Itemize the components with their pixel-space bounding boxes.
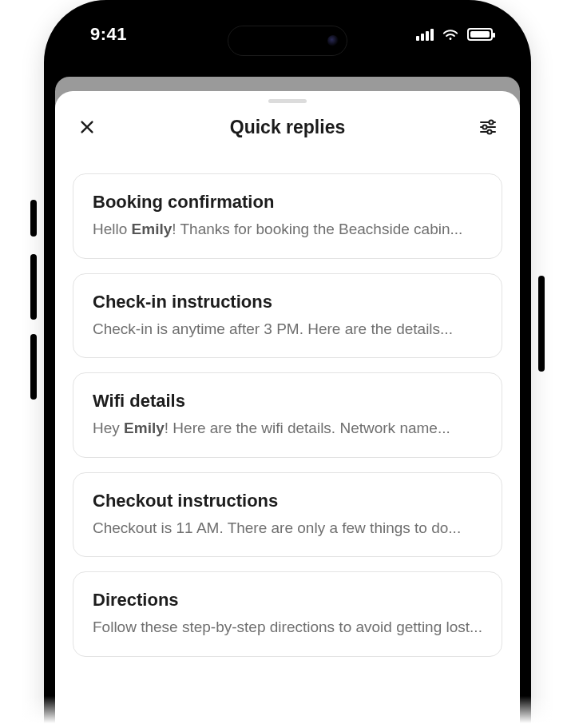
card-title: Booking confirmation [93,192,482,213]
status-time: 9:41 [90,24,127,45]
phone-screen: 9:41 [55,11,520,728]
card-preview: Check-in is anytime after 3 PM. Here are… [93,319,482,340]
svg-point-1 [489,120,493,124]
stage: 9:41 [0,0,575,728]
phone-side-button [30,334,37,400]
settings-button[interactable] [474,113,502,141]
close-icon [78,118,96,136]
card-title: Directions [93,590,482,611]
wifi-icon [442,28,459,41]
battery-icon [467,28,493,41]
cellular-icon [416,28,434,41]
quick-reply-card[interactable]: Booking confirmation Hello Emily! Thanks… [73,173,502,259]
quick-reply-card[interactable]: Checkout instructions Checkout is 11 AM.… [73,472,502,558]
card-preview: Hello Emily! Thanks for booking the Beac… [93,219,482,241]
card-preview: Checkout is 11 AM. There are only a few … [93,518,482,539]
svg-point-3 [482,125,486,129]
status-icons [416,28,493,41]
card-title: Wifi details [93,391,482,412]
quick-reply-card[interactable]: Directions Follow these step-by-step dir… [73,571,502,657]
sheet-header: Quick replies [73,103,502,151]
phone-side-button [30,254,37,320]
svg-point-5 [487,129,491,133]
quick-reply-card[interactable]: Check-in instructions Check-in is anytim… [73,273,502,359]
dynamic-island [228,26,347,56]
card-title: Check-in instructions [93,292,482,312]
card-preview: Hey Emily! Here are the wifi details. Ne… [93,418,482,440]
quick-reply-list: Booking confirmation Hello Emily! Thanks… [73,151,502,657]
status-bar: 9:41 [55,11,520,58]
phone-side-button [538,276,545,372]
quick-replies-sheet: Quick replies Booki [55,91,520,728]
phone-frame: 9:41 [44,0,531,728]
quick-reply-card[interactable]: Wifi details Hey Emily! Here are the wif… [73,372,502,458]
card-title: Checkout instructions [93,491,482,511]
sheet-title: Quick replies [230,117,345,138]
camera-icon [327,35,339,46]
close-button[interactable] [73,113,101,141]
card-preview: Follow these step-by-step directions to … [93,617,482,638]
sliders-icon [478,117,498,137]
phone-side-button [30,200,37,237]
